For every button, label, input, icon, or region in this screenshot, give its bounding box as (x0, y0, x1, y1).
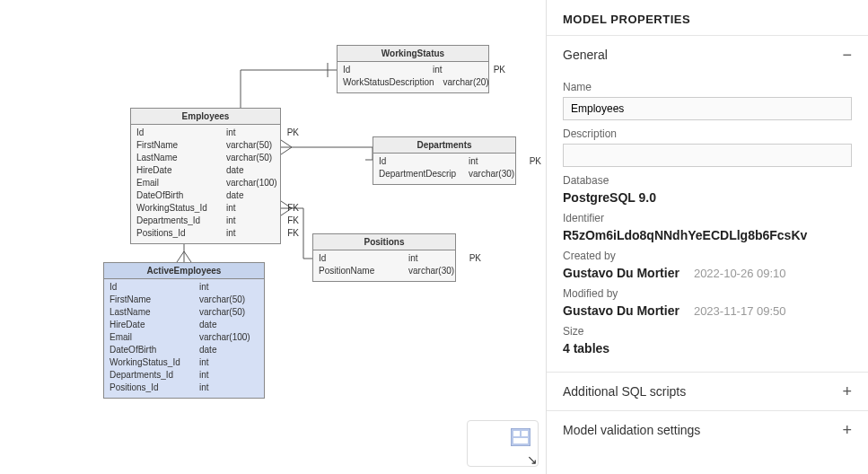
column-row: IdintPK (319, 252, 450, 265)
column-name: Id (136, 127, 217, 139)
section-additional-sql: Additional SQL scripts + (547, 372, 868, 410)
column-row: Emailvarchar(100) (110, 331, 259, 344)
section-general: General − Name Description Database Post… (547, 35, 868, 372)
table-title: Positions (313, 234, 455, 250)
column-type: date (199, 344, 249, 356)
column-name: HireDate (110, 319, 190, 331)
column-name: Email (136, 177, 217, 189)
column-key (283, 152, 299, 164)
column-name: LastName (136, 152, 217, 164)
section-header-additional-sql[interactable]: Additional SQL scripts + (547, 373, 868, 410)
created-at-value: 2022-10-26 09:10 (694, 267, 786, 280)
column-type: date (226, 189, 276, 202)
column-key (525, 168, 541, 180)
column-row: IdintPK (379, 155, 510, 168)
column-row: Positions_IdintFK (136, 227, 275, 240)
column-row: HireDatedate (110, 319, 259, 331)
column-key (283, 189, 299, 202)
column-key: FK (283, 227, 299, 240)
table-title: Employees (131, 109, 280, 125)
column-type: int (408, 252, 458, 265)
column-type: varchar(50) (226, 152, 276, 164)
name-input[interactable] (563, 97, 852, 120)
column-row: Departments_Idint (110, 369, 259, 382)
column-row: LastNamevarchar(50) (110, 306, 259, 319)
column-key: PK (465, 252, 481, 265)
table-employees[interactable]: Employees IdintPKFirstNamevarchar(50)Las… (130, 108, 281, 244)
column-row: DateOfBirthdate (110, 344, 259, 356)
size-value: 4 tables (563, 341, 852, 356)
column-type: varchar(30) (408, 265, 458, 277)
properties-sidebar: MODEL PROPERTIES General − Name Descript… (546, 0, 868, 474)
column-type: int (226, 202, 276, 215)
column-type: int (469, 155, 518, 168)
column-type: int (199, 369, 249, 382)
column-row: WorkingStatus_Idint (110, 356, 259, 369)
table-columns: IdintPKWorkStatusDescriptionvarchar(20) (338, 62, 488, 92)
column-row: Emailvarchar(100) (136, 177, 275, 189)
created-by-value: Gustavo Du Mortier (563, 266, 679, 280)
table-columns: IdintPKDepartmentDescripvarchar(30) (373, 154, 515, 184)
section-header-validation[interactable]: Model validation settings + (547, 411, 868, 449)
column-key (283, 164, 299, 177)
resize-arrow-icon: ↘ (527, 452, 538, 467)
column-key (256, 306, 272, 319)
table-title: ActiveEmployees (104, 263, 264, 279)
column-row: DepartmentDescripvarchar(30) (379, 168, 510, 180)
database-value: PostgreSQL 9.0 (563, 190, 852, 205)
column-type: int (199, 356, 249, 369)
column-name: WorkStatusDescription (343, 76, 434, 89)
column-name: Positions_Id (110, 382, 190, 394)
diagram-canvas[interactable]: WorkingStatus IdintPKWorkStatusDescripti… (0, 0, 546, 474)
column-key (256, 369, 272, 382)
column-name: DateOfBirth (136, 189, 217, 202)
column-row: HireDatedate (136, 164, 275, 177)
column-row: FirstNamevarchar(50) (136, 139, 275, 152)
section-header-general[interactable]: General − (547, 36, 868, 74)
column-name: Email (110, 331, 190, 344)
column-key (256, 319, 272, 331)
collapse-icon: − (842, 47, 852, 63)
column-type: int (433, 64, 482, 76)
identifier-label: Identifier (563, 212, 852, 224)
column-name: PositionName (319, 265, 399, 277)
column-name: DepartmentDescrip (379, 168, 460, 180)
column-type: int (199, 382, 249, 394)
table-workingstatus[interactable]: WorkingStatus IdintPKWorkStatusDescripti… (337, 45, 489, 93)
column-row: IdintPK (136, 127, 275, 139)
column-row: Departments_IdintFK (136, 215, 275, 227)
column-key: FK (283, 202, 299, 215)
modified-by-label: Modified by (563, 287, 852, 300)
column-key (256, 356, 272, 369)
column-name: LastName (110, 306, 190, 319)
column-row: IdintPK (343, 64, 483, 76)
description-input[interactable] (563, 144, 852, 167)
column-type: varchar(50) (199, 306, 249, 319)
column-type: date (226, 164, 276, 177)
minimap-icon (511, 428, 530, 446)
column-type: int (226, 227, 276, 240)
column-key (465, 265, 481, 277)
table-columns: IdintPKPositionNamevarchar(30) (313, 250, 455, 281)
column-key (285, 177, 301, 189)
column-row: FirstNamevarchar(50) (110, 294, 259, 306)
column-key: PK (489, 64, 505, 76)
created-by-label: Created by (563, 250, 852, 262)
minimap-panel[interactable]: ↘ (467, 420, 539, 467)
svg-rect-1 (513, 431, 520, 436)
column-row: WorkingStatus_IdintFK (136, 202, 275, 215)
view-activeemployees[interactable]: ActiveEmployees IdintFirstNamevarchar(50… (103, 262, 265, 399)
column-name: Id (343, 64, 424, 76)
expand-icon: + (842, 422, 852, 438)
column-key (258, 331, 274, 344)
column-name: DateOfBirth (110, 344, 190, 356)
column-key: FK (283, 215, 299, 227)
table-positions[interactable]: Positions IdintPKPositionNamevarchar(30) (312, 233, 456, 282)
column-name: FirstName (110, 294, 190, 306)
column-type: date (199, 319, 249, 331)
database-label: Database (563, 174, 852, 187)
name-label: Name (563, 81, 852, 93)
table-departments[interactable]: Departments IdintPKDepartmentDescripvarc… (373, 136, 516, 185)
column-key: PK (525, 155, 541, 168)
column-type: varchar(100) (199, 331, 250, 344)
